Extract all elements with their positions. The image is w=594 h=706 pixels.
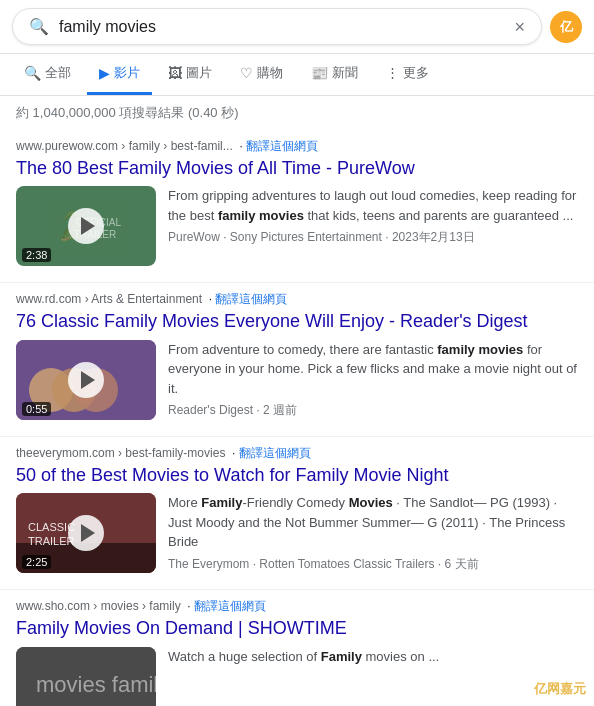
tab-shopping-label: 購物 (257, 64, 283, 82)
result-url: theeverymom.com › best-family-movies · 翻… (16, 445, 578, 462)
result-url: www.purewow.com › family › best-famil...… (16, 138, 578, 155)
tab-shopping[interactable]: ♡ 購物 (228, 54, 295, 95)
url-text: theeverymom.com › best-family-movies (16, 446, 225, 460)
svg-text:movies family: movies family (36, 672, 156, 697)
tab-videos-label: 影片 (114, 64, 140, 82)
result-snippet: From gripping adventures to laugh out lo… (168, 186, 578, 225)
translate-link[interactable]: 翻譯這個網頁 (239, 446, 311, 460)
snippet-area: From gripping adventures to laugh out lo… (168, 186, 578, 266)
more-tab-label: ⋮ 更多 (386, 64, 429, 82)
result-snippet: From adventure to comedy, there are fant… (168, 340, 578, 399)
url-text: www.rd.com › Arts & Entertainment (16, 292, 202, 306)
play-button[interactable] (68, 515, 104, 551)
result-url: www.rd.com › Arts & Entertainment · 翻譯這個… (16, 291, 578, 308)
tab-images[interactable]: 🖼 圖片 (156, 54, 224, 95)
snippet-area: Watch a huge selection of Family movies … (168, 647, 439, 706)
translate-link[interactable]: 翻譯這個網頁 (194, 599, 266, 613)
tab-all[interactable]: 🔍 全部 (12, 54, 83, 95)
play-triangle-icon (81, 217, 95, 235)
duration-badge: 0:55 (22, 402, 51, 416)
url-text: www.sho.com › movies › family (16, 599, 181, 613)
result-meta: The Everymom · Rotten Tomatoes Classic T… (168, 556, 578, 573)
result-snippet: Watch a huge selection of Family movies … (168, 647, 439, 667)
result-url: www.sho.com › movies › family · 翻譯這個網頁 (16, 598, 578, 615)
translate-link[interactable]: 翻譯這個網頁 (246, 139, 318, 153)
result-item: www.purewow.com › family › best-famil...… (0, 130, 594, 283)
tab-images-label: 圖片 (186, 64, 212, 82)
avatar[interactable]: 亿 (550, 11, 582, 43)
shopping-tab-icon: ♡ (240, 65, 253, 81)
news-tab-icon: 📰 (311, 65, 328, 81)
tab-more[interactable]: ⋮ 更多 (374, 54, 441, 95)
play-triangle-icon (81, 524, 95, 542)
results-info: 約 1,040,000,000 項搜尋結果 (0.40 秒) (0, 96, 594, 130)
duration-badge: 2:25 (22, 555, 51, 569)
watermark: 亿网嘉元 (534, 680, 586, 698)
result-title[interactable]: 50 of the Best Movies to Watch for Famil… (16, 464, 578, 487)
result-content: movies family Watch a huge selection of … (16, 647, 578, 706)
play-triangle-icon (81, 371, 95, 389)
result-meta: PureWow · Sony Pictures Entertainment · … (168, 229, 578, 246)
thumbnail[interactable]: 0:55 (16, 340, 156, 420)
result-content: 🐊 OFFICIAL TRAILER 2:38 From gripping ad… (16, 186, 578, 266)
tab-all-label: 全部 (45, 64, 71, 82)
thumbnail[interactable]: CLASSIC TRAILER 2:25 (16, 493, 156, 573)
result-snippet: More Family-Friendly Comedy Movies · The… (168, 493, 578, 552)
result-content: 0:55 From adventure to comedy, there are… (16, 340, 578, 420)
image-tab-icon: 🖼 (168, 65, 182, 81)
thumbnail[interactable]: movies family (16, 647, 156, 706)
result-title[interactable]: Family Movies On Demand | SHOWTIME (16, 617, 578, 640)
translate-link[interactable]: 翻譯這個網頁 (215, 292, 287, 306)
play-button[interactable] (68, 362, 104, 398)
search-input[interactable] (59, 18, 514, 36)
search-bar: 🔍 × (12, 8, 542, 45)
result-meta: Reader's Digest · 2 週前 (168, 402, 578, 419)
result-title[interactable]: The 80 Best Family Movies of All Time - … (16, 157, 578, 180)
tabs-bar: 🔍 全部 ▶ 影片 🖼 圖片 ♡ 購物 📰 新聞 ⋮ 更多 (0, 54, 594, 96)
duration-badge: 2:38 (22, 248, 51, 262)
tab-videos[interactable]: ▶ 影片 (87, 54, 152, 95)
result-title[interactable]: 76 Classic Family Movies Everyone Will E… (16, 310, 578, 333)
tab-news[interactable]: 📰 新聞 (299, 54, 370, 95)
thumbnail[interactable]: 🐊 OFFICIAL TRAILER 2:38 (16, 186, 156, 266)
play-button[interactable] (68, 208, 104, 244)
url-text: www.purewow.com › family › best-famil... (16, 139, 233, 153)
search-icon: 🔍 (29, 17, 49, 36)
result-item: www.sho.com › movies › family · 翻譯這個網頁 F… (0, 590, 594, 706)
search-bar-area: 🔍 × 亿 (0, 0, 594, 54)
thumbnail-bg: movies family (16, 647, 156, 706)
video-tab-icon: ▶ (99, 65, 110, 81)
result-content: CLASSIC TRAILER 2:25 More Family-Friendl… (16, 493, 578, 573)
result-item: www.rd.com › Arts & Entertainment · 翻譯這個… (0, 283, 594, 436)
snippet-area: From adventure to comedy, there are fant… (168, 340, 578, 420)
tab-news-label: 新聞 (332, 64, 358, 82)
search-tab-icon: 🔍 (24, 65, 41, 81)
snippet-area: More Family-Friendly Comedy Movies · The… (168, 493, 578, 573)
result-item: theeverymom.com › best-family-movies · 翻… (0, 437, 594, 590)
clear-button[interactable]: × (514, 18, 525, 36)
